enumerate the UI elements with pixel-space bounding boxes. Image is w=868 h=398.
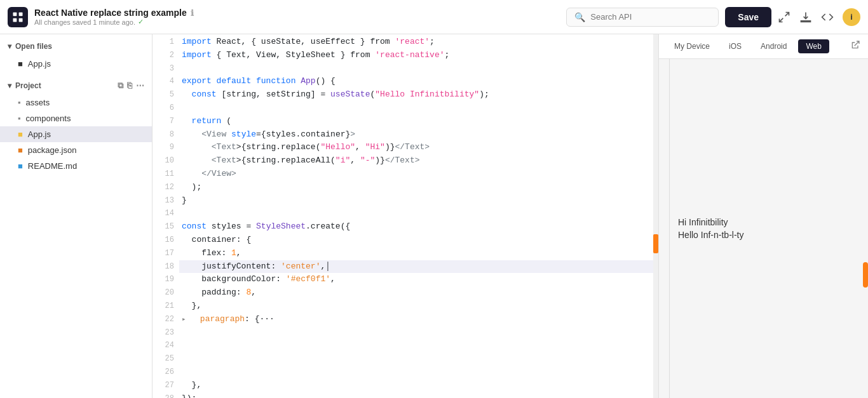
preview-tabs: My Device iOS Android Web (659, 34, 868, 59)
table-row[interactable]: justifyContent: 'center',│ (179, 260, 653, 274)
table-row[interactable]: }); (179, 392, 653, 398)
topbar-actions: i (778, 8, 860, 26)
autosave-text: All changes saved 1 minute ago. (34, 18, 135, 26)
sidebar-item-appjs[interactable]: ■ App.js (0, 126, 152, 142)
main-layout: ▾ Open files ■ App.js ▾ Project ⧉ ⎘ ⋯ ▪ (0, 34, 868, 398)
output-line-1: Hi Infinitbility (678, 217, 855, 227)
table-row[interactable]: backgroundColor: '#ecf0f1', (179, 273, 653, 286)
editor-minimap[interactable] (653, 34, 658, 398)
table-row[interactable]: container: { (179, 234, 653, 247)
svg-rect-2 (13, 18, 17, 22)
file-name: App.js (28, 129, 51, 139)
table-row[interactable]: import React, { useState, useEffect } fr… (179, 36, 653, 49)
scroll-thumb (863, 262, 868, 288)
title-area: React Native replace string example ℹ Al… (34, 8, 194, 26)
sidebar-item-readme[interactable]: ■ README.md (0, 158, 152, 174)
table-row[interactable]: export default function App() { (179, 75, 653, 88)
open-files-label: Open files (15, 42, 52, 51)
open-files-section: ▾ Open files ■ App.js (0, 34, 152, 74)
search-bar[interactable]: 🔍 (566, 8, 719, 27)
save-button[interactable]: Save (725, 7, 771, 27)
download-button[interactable] (799, 11, 812, 23)
table-row[interactable]: const styles = StyleSheet.create({ (179, 220, 653, 234)
code-content[interactable]: import React, { useState, useEffect } fr… (179, 34, 653, 398)
table-row[interactable]: }, (179, 300, 653, 313)
js-file-icon: ■ (18, 129, 23, 139)
folder-name: components (26, 114, 71, 123)
avatar[interactable]: i (843, 8, 860, 26)
table-row[interactable] (179, 62, 653, 76)
check-icon: ✓ (138, 18, 144, 26)
preview-panel: My Device iOS Android Web Hi Infinitbili… (658, 34, 868, 398)
project-actions: ⧉ ⎘ ⋯ (118, 81, 144, 91)
folder-icon: ▪ (18, 98, 21, 107)
project-title-text: React Native replace string example (34, 8, 187, 18)
file-name: README.md (28, 161, 77, 171)
search-icon: 🔍 (574, 12, 585, 22)
table-row[interactable]: ▸ paragraph: {··· (179, 313, 653, 326)
table-row[interactable]: <Text>{string.replaceAll("i", "-")}</Tex… (179, 154, 653, 168)
table-row[interactable]: ); (179, 181, 653, 194)
folder-icon: ▪ (18, 114, 21, 123)
editor-area: 1234567891011121314151617181920212223242… (153, 34, 658, 398)
table-row[interactable] (179, 326, 653, 340)
output-line-2: Hello Inf-n-tb-l-ty (678, 230, 855, 240)
open-files-header[interactable]: ▾ Open files (0, 37, 152, 56)
more-icon[interactable]: ⋯ (136, 81, 144, 91)
chevron-down-icon: ▾ (8, 42, 11, 51)
paste-icon[interactable]: ⎘ (127, 81, 132, 91)
table-row[interactable] (179, 366, 653, 379)
sidebar-item-components[interactable]: ▪ components (0, 110, 152, 126)
table-row[interactable]: <Text>{string.replace("Hello", "Hi")}</T… (179, 141, 653, 154)
preview-output: Hi Infinitbility Hello Inf-n-tb-l-ty (659, 204, 868, 253)
autosave-status: All changes saved 1 minute ago. ✓ (34, 18, 194, 26)
open-file-name: App.js (28, 59, 51, 69)
app-logo[interactable] (8, 7, 28, 27)
code-view-button[interactable] (821, 11, 834, 23)
table-row[interactable] (179, 102, 653, 115)
js-file-icon: ■ (18, 59, 23, 69)
preview-content: Hi Infinitbility Hello Inf-n-tb-l-ty (659, 59, 868, 398)
external-link-button[interactable] (850, 40, 860, 53)
md-file-icon: ■ (18, 161, 23, 171)
table-row[interactable]: const [string, setString] = useState("He… (179, 88, 653, 102)
open-file-appjs[interactable]: ■ App.js (0, 56, 152, 72)
tab-ios[interactable]: iOS (721, 39, 749, 53)
json-file-icon: ■ (18, 145, 23, 155)
svg-rect-1 (19, 12, 23, 16)
sidebar: ▾ Open files ■ App.js ▾ Project ⧉ ⎘ ⋯ ▪ (0, 34, 153, 398)
svg-rect-0 (13, 12, 17, 16)
table-row[interactable] (179, 339, 653, 352)
table-row[interactable]: padding: 8, (179, 286, 653, 300)
tab-android[interactable]: Android (753, 39, 794, 53)
table-row[interactable]: }, (179, 379, 653, 392)
table-row[interactable]: import { Text, View, StyleSheet } from '… (179, 49, 653, 62)
chevron-down-icon: ▾ (8, 81, 11, 90)
tab-web[interactable]: Web (798, 39, 829, 53)
sidebar-item-assets[interactable]: ▪ assets (0, 95, 152, 110)
upload-button[interactable] (778, 11, 790, 23)
copy-icon[interactable]: ⧉ (118, 81, 123, 91)
table-row[interactable]: flex: 1, (179, 247, 653, 260)
info-icon[interactable]: ℹ (191, 8, 194, 18)
table-row[interactable]: return ( (179, 115, 653, 128)
line-numbers: 1234567891011121314151617181920212223242… (153, 34, 179, 398)
code-editor[interactable]: 1234567891011121314151617181920212223242… (153, 34, 658, 398)
file-name: package.json (28, 145, 77, 155)
search-input[interactable] (590, 12, 710, 22)
project-title: React Native replace string example ℹ (34, 8, 194, 18)
table-row[interactable] (179, 207, 653, 220)
table-row[interactable]: <View style={styles.container}> (179, 128, 653, 142)
svg-rect-3 (19, 18, 23, 22)
table-row[interactable]: } (179, 194, 653, 208)
minimap-thumb (653, 234, 658, 253)
preview-scrollbar[interactable] (863, 59, 868, 398)
project-section: ▾ Project ⧉ ⎘ ⋯ ▪ assets ▪ components ■ … (0, 74, 152, 176)
table-row[interactable] (179, 352, 653, 366)
project-label: Project (15, 81, 41, 90)
topbar: React Native replace string example ℹ Al… (0, 0, 868, 34)
table-row[interactable]: </View> (179, 168, 653, 181)
project-section-header[interactable]: ▾ Project ⧉ ⎘ ⋯ (0, 77, 152, 95)
sidebar-item-packagejson[interactable]: ■ package.json (0, 142, 152, 158)
tab-mydevice[interactable]: My Device (667, 39, 717, 53)
